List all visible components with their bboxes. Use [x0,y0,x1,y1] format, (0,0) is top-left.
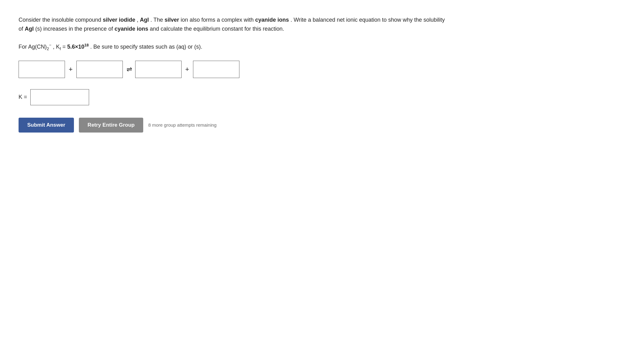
retry-entire-group-button[interactable]: Retry Entire Group [79,118,143,133]
kf-line: For Ag(CN)2− , Kf = 5.6×1018 . Be sure t… [19,42,625,52]
equilibrium-arrow: ⇌ [127,65,131,73]
button-row: Submit Answer Retry Entire Group 8 more … [19,118,625,133]
agi2-formula: AgI [25,26,34,32]
question-intro: Consider the insoluble compound [19,17,103,23]
attempts-remaining-text: 8 more group attempts remaining [148,122,217,128]
comma-agi: , [135,17,140,23]
mid-text: . The [149,17,165,23]
mid-text2: ion also forms a complex with [179,17,255,23]
cyanide2-label: cyanide ions [114,26,148,32]
kf-superscript: − [49,43,51,47]
equation-input-3[interactable] [135,61,182,78]
question-paragraph: Consider the insoluble compound silver i… [19,15,445,33]
kf-subscript: 2 [47,46,49,51]
k-label: K = [19,94,27,100]
k-input[interactable] [30,89,89,105]
silver-label: silver [165,17,179,23]
agi-formula: AgI [140,17,149,23]
kf-value: 5.6×1018 [67,44,89,50]
plus-sign-1: + [69,65,73,73]
equation-input-1[interactable] [19,61,65,78]
submit-answer-button[interactable]: Submit Answer [19,118,74,133]
plus-sign-2: + [185,65,189,73]
equation-input-4[interactable] [193,61,239,78]
compound-name: silver iodide [103,17,135,23]
k-row: K = [19,89,625,105]
mid-text4: (s) increases in the presence of [34,26,114,32]
kf-exp: 18 [84,43,89,47]
cyanide-label: cyanide ions [255,17,289,23]
kf-line-start: For Ag(CN)2− , Kf = 5.6×1018 . Be sure t… [19,44,202,50]
kf-sub: f [60,46,61,51]
equation-row: + ⇌ + [19,61,625,78]
end-text: and calculate the equilibrium constant f… [148,26,284,32]
equation-input-2[interactable] [76,61,123,78]
